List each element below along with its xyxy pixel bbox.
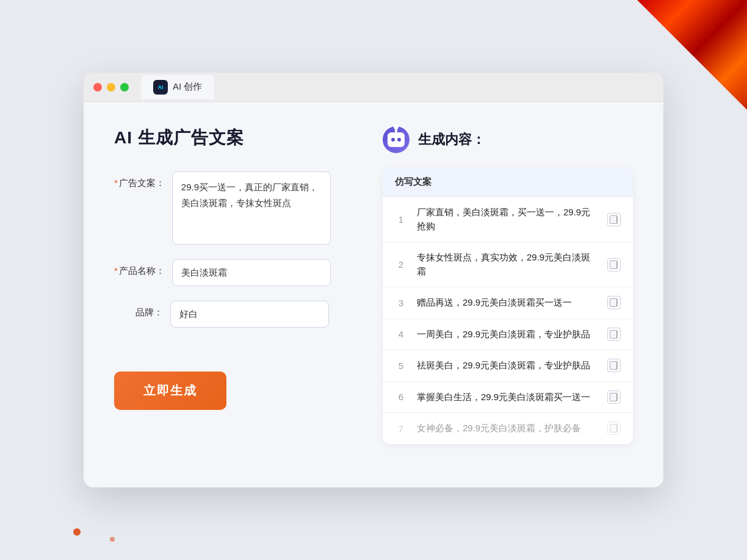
table-row: 2 专抹女性斑点，真实功效，29.9元美白淡斑霜 [383, 242, 633, 287]
decorative-dot-2 [110, 537, 115, 542]
row-number: 1 [395, 214, 407, 224]
table-row: 4 一周美白，29.9元美白淡斑霜，专业护肤品 [383, 319, 633, 351]
row-number: 2 [395, 259, 407, 270]
decorative-dot-1 [73, 528, 81, 536]
ai-tab-icon [153, 80, 168, 95]
product-name-required: * [114, 265, 118, 276]
brand-input[interactable] [170, 301, 329, 328]
row-text: 祛斑美白，29.9元美白淡斑霜，专业护肤品 [417, 359, 597, 373]
result-title: 生成内容： [418, 131, 485, 149]
product-name-group: *产品名称： [114, 259, 346, 286]
titlebar: AI 创作 [84, 73, 663, 102]
results-body: 1 厂家直销，美白淡斑霜，买一送一，29.9元抢购 2 专抹女性斑点，真实功效，… [383, 197, 633, 444]
robot-face [388, 132, 405, 147]
left-panel: AI 生成广告文案 *广告文案： 29.9买一送一，真正的厂家直销，美白淡斑霜，… [114, 126, 346, 456]
table-row: 3 赠品再送，29.9元美白淡斑霜买一送一 [383, 287, 633, 319]
traffic-light-maximize[interactable] [120, 83, 129, 92]
row-number: 6 [395, 392, 407, 402]
ad-copy-required: * [114, 178, 118, 188]
result-header: 生成内容： [383, 126, 633, 153]
robot-icon [383, 126, 410, 153]
table-row: 1 厂家直销，美白淡斑霜，买一送一，29.9元抢购 [383, 197, 633, 242]
table-row: 5 祛斑美白，29.9元美白淡斑霜，专业护肤品 [383, 350, 633, 382]
copy-icon[interactable] [607, 328, 621, 341]
robot-eye-right [397, 138, 401, 142]
tab-ai-creation[interactable]: AI 创作 [141, 75, 214, 99]
copy-icon[interactable] [607, 422, 621, 435]
product-name-input[interactable] [172, 259, 331, 286]
row-number: 5 [395, 361, 407, 371]
row-text: 赠品再送，29.9元美白淡斑霜买一送一 [417, 296, 597, 310]
row-text: 一周美白，29.9元美白淡斑霜，专业护肤品 [417, 328, 597, 342]
traffic-light-close[interactable] [93, 83, 102, 92]
tab-label: AI 创作 [173, 81, 202, 93]
robot-antenna [395, 127, 397, 132]
row-text: 掌握美白生活，29.9元美白淡斑霜买一送一 [417, 390, 597, 404]
results-table: 仿写文案 1 厂家直销，美白淡斑霜，买一送一，29.9元抢购 2 专抹女性斑点，… [383, 168, 633, 444]
robot-eye-left [391, 138, 395, 142]
product-name-label: *产品名称： [114, 259, 165, 277]
row-text: 厂家直销，美白淡斑霜，买一送一，29.9元抢购 [417, 206, 597, 233]
table-row: 6 掌握美白生活，29.9元美白淡斑霜买一送一 [383, 382, 633, 414]
row-text: 女神必备，29.9元美白淡斑霜，护肤必备 [417, 422, 597, 436]
page-title: AI 生成广告文案 [114, 126, 346, 149]
row-number: 3 [395, 298, 407, 308]
row-number: 4 [395, 329, 407, 339]
ad-copy-input[interactable]: 29.9买一送一，真正的厂家直销，美白淡斑霜，专抹女性斑点 [172, 171, 331, 245]
table-row: 7 女神必备，29.9元美白淡斑霜，护肤必备 [383, 413, 633, 444]
copy-icon[interactable] [607, 296, 621, 309]
generate-button[interactable]: 立即生成 [114, 372, 226, 410]
browser-window: AI 创作 AI 生成广告文案 *广告文案： 29.9买一送一，真正的厂家直销，… [84, 73, 663, 487]
row-number: 7 [395, 423, 407, 434]
main-content: AI 生成广告文案 *广告文案： 29.9买一送一，真正的厂家直销，美白淡斑霜，… [84, 102, 663, 480]
brand-group: 品牌： [114, 301, 346, 328]
copy-icon[interactable] [607, 258, 621, 271]
traffic-light-minimize[interactable] [107, 83, 115, 92]
copy-icon[interactable] [607, 213, 621, 226]
copy-icon[interactable] [607, 359, 621, 372]
ad-copy-group: *广告文案： 29.9买一送一，真正的厂家直销，美白淡斑霜，专抹女性斑点 [114, 171, 346, 245]
copy-icon[interactable] [607, 390, 621, 404]
traffic-lights [93, 83, 129, 92]
right-panel: 生成内容： 仿写文案 1 厂家直销，美白淡斑霜，买一送一，29.9元抢购 2 专… [383, 126, 633, 456]
brand-label: 品牌： [114, 301, 163, 318]
table-header: 仿写文案 [383, 168, 633, 197]
row-text: 专抹女性斑点，真实功效，29.9元美白淡斑霜 [417, 251, 597, 278]
ad-copy-label: *广告文案： [114, 171, 165, 189]
